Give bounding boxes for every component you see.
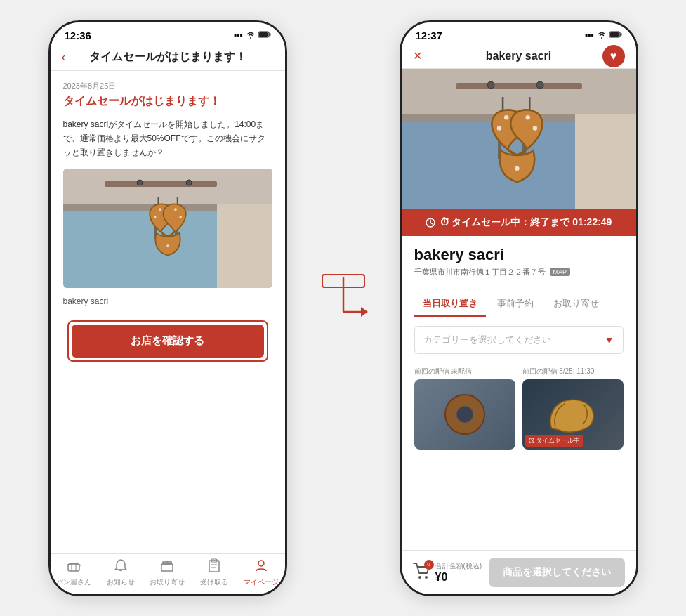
svg-rect-9 (105, 181, 217, 187)
nav-header-left: ‹ タイムセールがはじまります！ (51, 44, 285, 71)
tabs-row: 当日取り置き 事前予約 お取り寄せ (402, 291, 636, 317)
svg-line-61 (532, 440, 533, 441)
svg-point-14 (154, 216, 157, 218)
wifi-icon-right (597, 30, 607, 41)
tab-bakery[interactable]: パン屋さん (51, 558, 98, 587)
svg-point-58 (457, 407, 473, 422)
map-badge[interactable]: MAP (550, 268, 571, 276)
svg-rect-19 (68, 564, 79, 571)
svg-point-16 (179, 216, 182, 218)
prev-orders: 前回の配信 未配信 前回の配信 8/25: 11:30 (402, 360, 636, 457)
news-title: タイムセールがはじまります！ (51, 94, 285, 117)
clipboard-icon (207, 558, 221, 576)
navigation-arrow (315, 273, 371, 343)
svg-point-51 (515, 166, 519, 170)
svg-rect-42 (456, 83, 582, 89)
person-icon (254, 558, 268, 576)
svg-rect-41 (575, 114, 636, 209)
status-icons-left: ▪▪▪ (234, 30, 271, 41)
back-button[interactable]: ‹ (62, 50, 66, 65)
news-body: bakery sacriがタイムセールを開始しました。14:00まで、通常価格よ… (51, 117, 285, 169)
prev-order-2: 前回の配信 8/25: 11:30 タイムセール中 (522, 367, 624, 450)
svg-point-18 (166, 244, 169, 247)
svg-point-62 (418, 576, 421, 579)
category-select[interactable]: カテゴリーを選択してください ▼ (414, 326, 624, 354)
donut-icon (440, 390, 489, 439)
tab-mypage[interactable]: マイページ (238, 558, 285, 587)
tab-bar-left: パン屋さん お知らせ お取り寄せ 受け取る マイページ (51, 553, 285, 594)
tab-same-day[interactable]: 当日取り置き (414, 291, 486, 317)
content-left: 2023年8月25日 タイムセールがはじまります！ bakery sacriがタ… (51, 71, 285, 553)
gift-icon (160, 558, 174, 576)
shop-info: bakery sacri 千葉県市川市南行徳１丁目２２番７号 MAP (402, 236, 636, 284)
arrow-svg (315, 273, 371, 343)
cart-area: 0 合計金額(税込) ¥0 (413, 561, 482, 584)
wifi-icon (246, 30, 256, 41)
tab-bakery-label: パン屋さん (56, 577, 91, 587)
time-sale-badge: タイムセール中 (525, 435, 583, 447)
signal-icon-right: ▪▪▪ (585, 30, 594, 40)
prev-order-label-2: 前回の配信 8/25: 11:30 (522, 367, 624, 376)
svg-line-54 (430, 223, 433, 224)
hero-image (402, 69, 636, 209)
battery-icon (258, 30, 271, 40)
date-label: 2023年8月25日 (51, 71, 285, 94)
svg-rect-35 (610, 32, 619, 37)
status-bar-right: 12:37 ▪▪▪ (402, 22, 636, 44)
cart-icon-wrap: 0 (413, 563, 431, 582)
svg-rect-34 (620, 33, 621, 36)
svg-rect-8 (217, 204, 272, 288)
shop-label: bakery sacri (51, 294, 285, 315)
favorite-button[interactable]: ♥ (602, 45, 625, 67)
croissant-icon (545, 393, 601, 435)
close-button[interactable]: ✕ (413, 49, 422, 63)
tab-gift[interactable]: お取り寄せ (144, 558, 191, 587)
bottom-bar: 0 合計金額(税込) ¥0 商品を選択してください (402, 550, 636, 594)
croissant-image: タイムセール中 (522, 379, 624, 450)
timer-icon (426, 218, 435, 228)
right-phone: 12:37 ▪▪▪ ✕ bakery sacri ♥ (400, 20, 638, 596)
time-sale-text: ⏱ タイムセール中：終了まで 01:22:49 (440, 216, 612, 229)
tab-same-day-label: 当日取り置き (423, 298, 477, 308)
svg-marker-31 (361, 307, 368, 317)
page-title-left: タイムセールがはじまります！ (89, 50, 246, 65)
page-title-right: bakery sacri (486, 50, 551, 63)
left-phone: 12:36 ▪▪▪ ‹ タイムセールがはじまります！ 2023年8月25日 タイ… (48, 20, 287, 596)
tab-notification-label: お知らせ (107, 577, 135, 587)
confirm-button[interactable]: お店を確認する (72, 325, 264, 358)
timer-small-icon (529, 438, 534, 443)
svg-point-49 (532, 126, 536, 130)
select-items-button[interactable]: 商品を選択してください (489, 558, 624, 587)
prev-order-label-1: 前回の配信 未配信 (414, 367, 515, 376)
signal-icon: ▪▪▪ (234, 30, 243, 40)
svg-point-63 (425, 576, 428, 579)
bakery-image (63, 169, 272, 288)
status-icons-right: ▪▪▪ (585, 30, 622, 41)
svg-point-50 (525, 115, 529, 119)
tab-notification[interactable]: お知らせ (97, 558, 144, 587)
bell-icon (114, 558, 128, 576)
tab-gift-label: お取り寄せ (150, 577, 185, 587)
shop-address: 千葉県市川市南行徳１丁目２２番７号 MAP (414, 267, 624, 277)
svg-rect-1 (269, 33, 270, 36)
status-time-left: 12:36 (65, 30, 91, 41)
total-label: 合計金額(税込) (435, 561, 482, 571)
svg-point-10 (137, 180, 143, 185)
nav-header-right: ✕ bakery sacri ♥ (402, 44, 636, 69)
total-price: ¥0 (435, 571, 482, 584)
svg-rect-2 (259, 32, 268, 37)
time-sale-badge-text: タイムセール中 (536, 436, 580, 445)
confirm-button-wrapper: お店を確認する (67, 320, 268, 362)
tab-delivery-label: お取り寄せ (553, 298, 599, 308)
svg-point-15 (159, 208, 161, 211)
tab-receive-label: 受け取る (200, 577, 228, 587)
tab-receive[interactable]: 受け取る (191, 558, 238, 587)
svg-rect-22 (161, 564, 173, 571)
tab-advance[interactable]: 事前予約 (489, 291, 542, 317)
tab-delivery[interactable]: お取り寄せ (545, 291, 607, 317)
svg-point-43 (487, 81, 494, 89)
svg-point-28 (258, 561, 264, 566)
total-area: 合計金額(税込) ¥0 (435, 561, 482, 584)
donut-image (414, 379, 515, 450)
svg-point-48 (504, 115, 508, 119)
